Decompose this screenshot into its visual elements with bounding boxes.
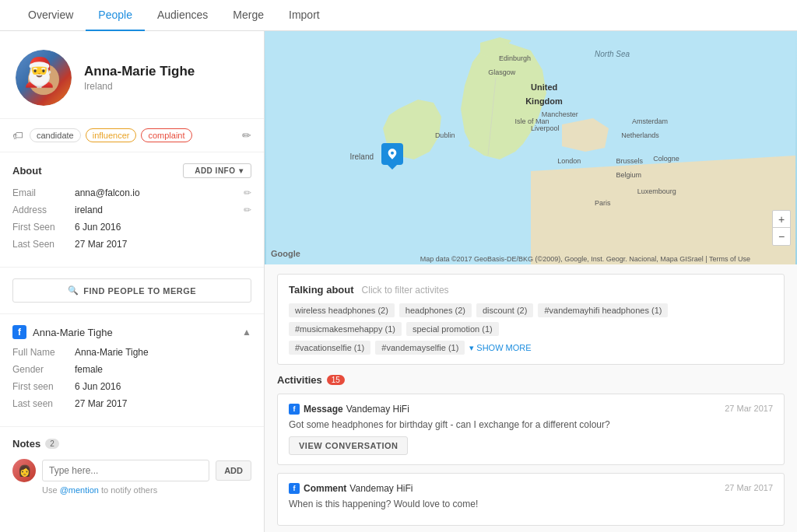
activities-title: Activities [277,374,322,386]
note-user-avatar: 👩 [12,459,36,482]
facebook-title-row: f Anna-Marie Tighe [12,325,113,339]
find-people-to-merge-button[interactable]: 🔍 FIND PEOPLE TO MERGE [12,278,251,303]
map-label-london: London [557,157,581,165]
map-label-ireland: Ireland [349,152,374,161]
activities-section: Activities 15 f Message Vandemay HiFi 27… [265,374,797,532]
email-edit-icon[interactable]: ✏ [244,187,251,198]
topic-tag-3[interactable]: #vandemayhifi headphones (1) [538,303,668,317]
avatar [16,50,72,106]
tag-candidate[interactable]: candidate [30,128,81,142]
add-info-label: ADD INFO [195,166,235,175]
talking-about-header: Talking about Click to filter activites [289,284,773,296]
zoom-out-button[interactable]: − [773,228,790,245]
profile-name: Anna-Marie Tighe [84,64,195,79]
google-logo: Google [271,249,300,258]
mention-link: @mention [60,485,99,495]
fb-fullname-row: Full Name Anna-Marie Tighe [12,347,251,358]
merge-button-label: FIND PEOPLE TO MERGE [83,286,196,296]
about-title: About [12,165,42,177]
map-label-glasgow: Glasgow [488,68,515,76]
bird-icon [386,148,398,160]
nav-item-overview[interactable]: Overview [16,0,86,31]
topic-tag-1[interactable]: headphones (2) [399,303,472,317]
add-info-chevron-icon: ▾ [239,166,244,175]
email-value: anna@falcon.io [75,187,241,198]
map-label-dublin: Dublin [435,131,455,139]
activities-header: Activities 15 [277,374,785,386]
merge-section: 🔍 FIND PEOPLE TO MERGE [0,268,264,314]
topic-tag-2[interactable]: discount (2) [476,303,533,317]
nav-item-import[interactable]: Import [276,0,332,31]
note-input[interactable] [42,460,209,481]
facebook-collapse-icon[interactable]: ▲ [242,327,251,338]
facebook-section: f Anna-Marie Tighe ▲ Full Name Anna-Mari… [0,314,264,427]
map-background: North Sea Edinburgh Glasgow United Kingd… [265,31,797,264]
fb-last-seen-value: 27 Mar 2017 [75,398,251,409]
map-label-belgium: Belgium [616,171,641,179]
talking-about-title: Talking about [289,284,354,296]
activity-0-date: 27 Mar 2017 [725,404,773,413]
tag-influencer[interactable]: influencer [86,128,137,142]
notes-title: Notes [12,438,40,450]
topic-tag-4[interactable]: #musicmakesmehappy (1) [289,322,402,336]
activity-1-text: When is this happening? Would love to co… [289,499,773,509]
chevron-down-icon: ▾ [469,343,474,353]
address-value: ireland [75,205,241,215]
about-header: About ADD INFO ▾ [12,163,251,178]
info-row-first-seen: First Seen 6 Jun 2016 [12,222,251,233]
map-svg [265,31,797,264]
talking-about-filter[interactable]: Click to filter activites [362,285,449,296]
nav-item-audiences[interactable]: Audiences [145,0,220,31]
map-label-manchester: Manchester [542,110,578,118]
view-conversation-button[interactable]: VIEW CONVERSATION [289,436,408,455]
map-label-united-kingdom: United [531,82,557,92]
map-container[interactable]: North Sea Edinburgh Glasgow United Kingd… [265,31,797,264]
fb-gender-value: female [75,364,251,375]
map-label-cologne: Cologne [653,155,679,163]
add-note-button[interactable]: ADD [216,460,251,481]
fb-fullname-value: Anna-Marie Tighe [75,347,251,358]
topic-tag-0[interactable]: wireless headphones (2) [289,303,395,317]
tag-icon: 🏷 [12,129,23,142]
facebook-header: f Anna-Marie Tighe ▲ [12,325,251,339]
last-seen-label: Last Seen [12,239,75,250]
map-label-netherlands: Netherlands [621,131,659,139]
activity-1-type: f Comment Vandemay HiFi [289,483,413,494]
map-label-amsterdam: Amsterdam [632,117,668,125]
nav-item-people[interactable]: People [86,0,145,31]
topic-tag-5[interactable]: special promotion (1) [406,322,499,336]
notes-count-badge: 2 [45,439,59,449]
activity-0-type-label: Message [304,404,343,415]
tag-edit-icon[interactable]: ✏ [242,129,251,142]
activity-0-brand: Vandemay HiFi [346,404,409,415]
map-label-edinburgh: Edinburgh [499,54,531,62]
map-label-liverpool: Liverpool [531,124,560,132]
address-edit-icon[interactable]: ✏ [244,205,251,215]
profile-location: Ireland [84,81,195,92]
topic-tag-6[interactable]: #vacationselfie (1) [289,341,370,355]
fb-gender-row: Gender female [12,364,251,375]
search-icon: 🔍 [68,285,79,296]
activity-0-header: f Message Vandemay HiFi 27 Mar 2017 [289,404,773,415]
map-label-luxembourg: Luxembourg [637,187,676,195]
show-more-button[interactable]: ▾ SHOW MORE [469,341,531,355]
activity-0-type: f Message Vandemay HiFi [289,404,409,415]
zoom-in-button[interactable]: + [773,211,790,228]
topic-tag-7[interactable]: #vandemayselfie (1) [375,341,465,355]
talking-about-section: Talking about Click to filter activites … [277,274,785,365]
last-seen-value: 27 Mar 2017 [75,239,251,250]
activity-1-date: 27 Mar 2017 [725,483,773,492]
info-row-last-seen: Last Seen 27 Mar 2017 [12,239,251,250]
nav-item-merge[interactable]: Merge [220,0,276,31]
about-section: About ADD INFO ▾ Email anna@falcon.io ✏ … [0,152,264,268]
tag-complaint[interactable]: complaint [141,128,191,142]
first-seen-value: 6 Jun 2016 [75,222,251,233]
talking-tags-row-2: #vacationselfie (1) #vandemayselfie (1) … [289,341,773,355]
left-panel: Anna-Marie Tighe Ireland 🏷 candidate inf… [0,31,265,532]
add-info-button[interactable]: ADD INFO ▾ [183,163,251,178]
activity-0-fb-icon: f [289,404,300,415]
activity-1-header: f Comment Vandemay HiFi 27 Mar 2017 [289,483,773,494]
notes-section: Notes 2 👩 ADD Use @mention to notify oth… [0,427,264,506]
activity-0-text: Got some headphones for birthday gift - … [289,419,773,430]
info-row-address: Address ireland ✏ [12,205,251,215]
